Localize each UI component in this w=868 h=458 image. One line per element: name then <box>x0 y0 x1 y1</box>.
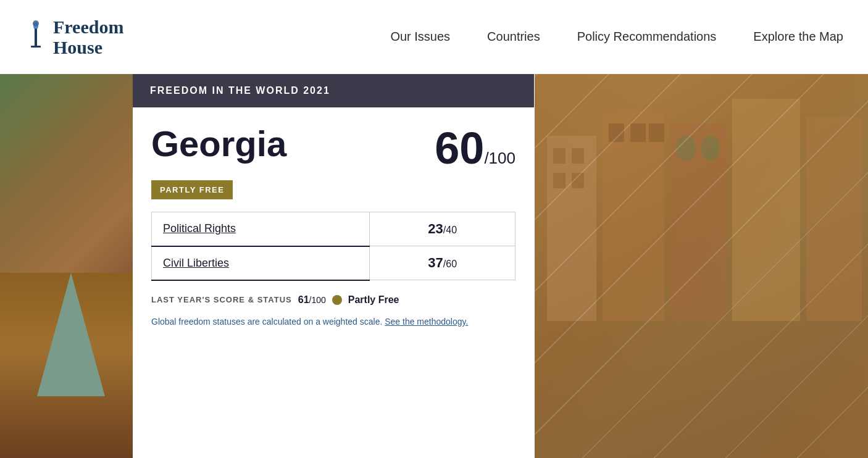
svg-rect-17 <box>701 136 720 160</box>
disclaimer-text: Global freedom statuses are calculated o… <box>151 315 515 328</box>
buildings-pattern <box>535 74 868 458</box>
political-rights-score-cell: 23/40 <box>370 212 515 246</box>
main-nav: Our Issues Countries Policy Recommendati… <box>390 30 843 44</box>
logo-text: Freedom House <box>53 17 123 57</box>
civil-liberties-label-cell[interactable]: Civil Liberties <box>152 246 370 280</box>
background-image-left <box>0 74 142 458</box>
svg-rect-11 <box>553 173 565 188</box>
svg-rect-12 <box>572 173 584 188</box>
last-year-status: Partly Free <box>348 294 399 306</box>
svg-rect-6 <box>670 123 726 321</box>
report-header-bar: FREEDOM IN THE WORLD 2021 <box>133 74 534 107</box>
svg-rect-7 <box>732 99 800 321</box>
last-year-row: LAST YEAR'S SCORE & STATUS 61/100 Partly… <box>151 294 515 306</box>
scores-table: Political Rights 23/40 Civil Liberties 3… <box>151 212 515 281</box>
svg-rect-9 <box>553 148 565 164</box>
score-denominator: /100 <box>484 149 515 167</box>
torch-icon <box>25 19 47 56</box>
main-content: FREEDOM IN THE WORLD 2021 Georgia 60/100… <box>0 74 868 458</box>
political-rights-denom: /40 <box>443 225 457 235</box>
svg-rect-2 <box>35 28 37 47</box>
report-subtitle: FREEDOM IN THE WORLD 2021 <box>150 85 330 96</box>
svg-rect-5 <box>603 111 664 321</box>
logo[interactable]: Freedom House <box>25 17 123 57</box>
political-rights-label: Political Rights <box>163 222 236 235</box>
background-image-right <box>535 74 868 458</box>
nav-explore-map[interactable]: Explore the Map <box>753 30 843 44</box>
political-rights-score: 23 <box>428 221 443 236</box>
content-panel: FREEDOM IN THE WORLD 2021 Georgia 60/100… <box>133 74 534 458</box>
last-year-score: 61/100 <box>298 294 326 306</box>
civil-liberties-score: 37 <box>428 255 443 270</box>
svg-rect-3 <box>31 46 41 48</box>
country-name: Georgia <box>151 126 286 162</box>
svg-rect-16 <box>677 136 695 160</box>
last-year-label: LAST YEAR'S SCORE & STATUS <box>151 295 292 304</box>
nav-policy-recommendations[interactable]: Policy Recommendations <box>577 30 717 44</box>
civil-liberties-score-cell: 37/60 <box>370 246 515 280</box>
political-rights-row: Political Rights 23/40 <box>152 212 515 246</box>
country-card: Georgia 60/100 PARTLY FREE Political Rig… <box>133 107 534 458</box>
score-value: 60 <box>435 123 484 173</box>
nav-countries[interactable]: Countries <box>487 30 540 44</box>
status-badge: PARTLY FREE <box>151 180 233 199</box>
site-header: Freedom House Our Issues Countries Polic… <box>0 0 868 74</box>
svg-rect-10 <box>572 148 584 164</box>
svg-rect-4 <box>547 136 596 321</box>
status-dot-icon <box>332 295 342 305</box>
civil-liberties-label: Civil Liberties <box>163 257 229 269</box>
svg-rect-8 <box>806 117 862 321</box>
nav-our-issues[interactable]: Our Issues <box>390 30 450 44</box>
svg-rect-14 <box>630 123 646 142</box>
score-block: 60/100 <box>435 126 515 170</box>
civil-liberties-denom: /60 <box>443 259 457 269</box>
methodology-link[interactable]: See the methodology. <box>385 317 468 327</box>
civil-liberties-row: Civil Liberties 37/60 <box>152 246 515 280</box>
svg-rect-15 <box>649 123 664 142</box>
political-rights-label-cell[interactable]: Political Rights <box>152 212 370 246</box>
svg-rect-13 <box>609 123 624 142</box>
country-score-row: Georgia 60/100 <box>151 126 515 170</box>
